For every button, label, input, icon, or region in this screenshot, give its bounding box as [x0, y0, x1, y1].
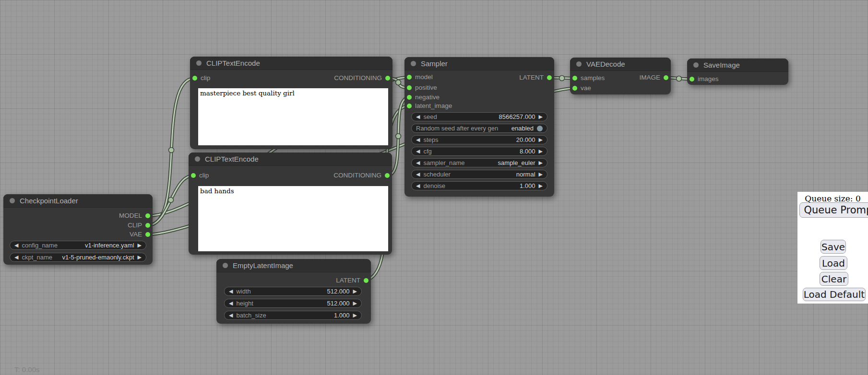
input-socket[interactable] — [407, 85, 412, 90]
output-socket[interactable] — [664, 75, 668, 80]
decrement-arrow-icon[interactable]: ◀ — [14, 253, 18, 262]
increment-arrow-icon[interactable]: ▶ — [138, 241, 142, 250]
node-status-dot — [196, 60, 202, 66]
increment-arrow-icon[interactable]: ▶ — [138, 253, 142, 262]
slot-label: latent_image — [415, 103, 452, 109]
widget-sampler-name[interactable]: ◀ sampler_name sample_euler ▶ — [411, 158, 547, 167]
node-title-bar[interactable]: CLIPTextEncode — [189, 152, 392, 166]
node-empty-latent-image[interactable]: EmptyLatentImage LATENT ◀ width 512.000 … — [216, 259, 371, 324]
increment-arrow-icon[interactable]: ▶ — [539, 158, 543, 167]
widget-ckpt-name[interactable]: ◀ ckpt_name v1-5-pruned-emaonly.ckpt ▶ — [10, 253, 146, 262]
input-socket[interactable] — [407, 95, 412, 100]
widget-config-name[interactable]: ◀ config_name v1-inference.yaml ▶ — [10, 241, 146, 250]
widget-label: width — [236, 288, 250, 295]
node-status-dot — [195, 156, 200, 162]
widget-denoise[interactable]: ◀ denoise 1.000 ▶ — [411, 181, 547, 190]
node-title-bar[interactable]: CheckpointLoader — [3, 194, 153, 208]
input-socket[interactable] — [191, 173, 196, 178]
decrement-arrow-icon[interactable]: ◀ — [416, 147, 420, 156]
load-button[interactable]: Load — [820, 256, 847, 270]
output-slot-vae: VAE — [130, 231, 150, 238]
decrement-arrow-icon[interactable]: ◀ — [14, 241, 18, 250]
node-title: Sampler — [421, 59, 448, 68]
node-status-dot — [693, 62, 699, 68]
clear-button[interactable]: Clear — [820, 272, 848, 286]
widget-label: denoise — [423, 182, 445, 189]
input-socket[interactable] — [407, 104, 412, 108]
widget-width[interactable]: ◀ width 512.000 ▶ — [224, 287, 362, 296]
output-slot-clip: CLIP — [128, 222, 150, 229]
widget-random-seed-toggle[interactable]: Random seed after every gen enabled — [411, 124, 547, 133]
increment-arrow-icon[interactable]: ▶ — [539, 170, 543, 179]
node-save-image[interactable]: SaveImage images — [687, 59, 788, 85]
node-graph-canvas[interactable]: CheckpointLoader MODEL CLIP VAE ◀ config… — [0, 0, 868, 375]
node-clip-text-encode-positive[interactable]: CLIPTextEncode clip CONDITIONING masterp… — [190, 57, 392, 149]
decrement-arrow-icon[interactable]: ◀ — [229, 287, 233, 296]
node-title: EmptyLatentImage — [233, 261, 293, 270]
increment-arrow-icon[interactable]: ▶ — [539, 147, 543, 156]
increment-arrow-icon[interactable]: ▶ — [353, 299, 357, 308]
output-socket[interactable] — [145, 232, 150, 237]
queue-prompt-button[interactable]: Queue Prompt — [799, 202, 868, 218]
node-vae-decode[interactable]: VAEDecode samples vae IMAGE — [570, 58, 671, 94]
input-socket[interactable] — [407, 75, 412, 80]
decrement-arrow-icon[interactable]: ◀ — [416, 158, 420, 167]
widget-label: scheduler — [423, 171, 450, 178]
node-title: SaveImage — [703, 61, 740, 69]
output-socket[interactable] — [145, 223, 150, 228]
decrement-arrow-icon[interactable]: ◀ — [416, 112, 420, 121]
widget-scheduler[interactable]: ◀ scheduler normal ▶ — [411, 170, 547, 179]
decrement-arrow-icon[interactable]: ◀ — [416, 181, 420, 190]
node-title: CheckpointLoader — [20, 197, 78, 205]
node-checkpoint-loader[interactable]: CheckpointLoader MODEL CLIP VAE ◀ config… — [3, 194, 153, 265]
slot-label: negative — [415, 94, 440, 101]
widget-value: sample_euler — [498, 159, 535, 166]
output-socket[interactable] — [385, 76, 390, 81]
output-slot-image: IMAGE — [639, 74, 668, 81]
decrement-arrow-icon[interactable]: ◀ — [416, 135, 420, 144]
increment-arrow-icon[interactable]: ▶ — [539, 112, 543, 121]
node-sampler[interactable]: Sampler model positive negative latent_i… — [404, 57, 554, 197]
node-title-bar[interactable]: CLIPTextEncode — [190, 57, 392, 70]
output-socket[interactable] — [385, 173, 390, 178]
positive-prompt-textarea[interactable]: masterpiece best quality girl — [198, 88, 388, 145]
widget-label: config_name — [22, 242, 57, 249]
input-socket[interactable] — [690, 77, 694, 82]
input-socket[interactable] — [572, 76, 577, 81]
output-socket[interactable] — [547, 75, 552, 80]
input-socket[interactable] — [572, 86, 577, 91]
node-title-bar[interactable]: SaveImage — [687, 59, 788, 72]
widget-height[interactable]: ◀ height 512.000 ▶ — [224, 299, 362, 308]
input-slot-images: images — [690, 76, 719, 82]
negative-prompt-textarea[interactable]: bad hands — [198, 186, 388, 251]
node-title-bar[interactable]: VAEDecode — [570, 58, 671, 71]
save-button[interactable]: Save — [820, 240, 846, 254]
toggle-circle-icon[interactable] — [537, 126, 543, 131]
widget-steps[interactable]: ◀ steps 20.000 ▶ — [411, 135, 547, 144]
widget-cfg[interactable]: ◀ cfg 8.000 ▶ — [411, 147, 547, 156]
node-clip-text-encode-negative[interactable]: CLIPTextEncode clip CONDITIONING bad han… — [189, 152, 392, 255]
output-slot-conditioning: CONDITIONING — [334, 75, 390, 82]
decrement-arrow-icon[interactable]: ◀ — [229, 311, 233, 320]
load-default-button[interactable]: Load Default — [803, 288, 866, 301]
widget-label: steps — [423, 136, 438, 143]
node-title-bar[interactable]: Sampler — [404, 57, 554, 70]
input-slot-model: model — [407, 74, 433, 81]
increment-arrow-icon[interactable]: ▶ — [539, 135, 543, 144]
widget-batch-size[interactable]: ◀ batch_size 1.000 ▶ — [224, 311, 362, 320]
output-slot-model: MODEL — [119, 212, 150, 219]
widget-value: 8566257.000 — [499, 113, 535, 120]
decrement-arrow-icon[interactable]: ◀ — [416, 170, 420, 179]
slot-label: IMAGE — [639, 74, 660, 81]
slot-label: CONDITIONING — [334, 75, 382, 82]
decrement-arrow-icon[interactable]: ◀ — [229, 299, 233, 308]
increment-arrow-icon[interactable]: ▶ — [353, 287, 357, 296]
node-title-bar[interactable]: EmptyLatentImage — [216, 259, 371, 272]
increment-arrow-icon[interactable]: ▶ — [353, 311, 357, 320]
output-socket[interactable] — [145, 213, 150, 218]
input-slot-samples: samples — [572, 75, 605, 82]
widget-seed[interactable]: ◀ seed 8566257.000 ▶ — [411, 112, 547, 121]
output-socket[interactable] — [364, 278, 369, 283]
increment-arrow-icon[interactable]: ▶ — [539, 181, 543, 190]
input-socket[interactable] — [192, 76, 197, 81]
